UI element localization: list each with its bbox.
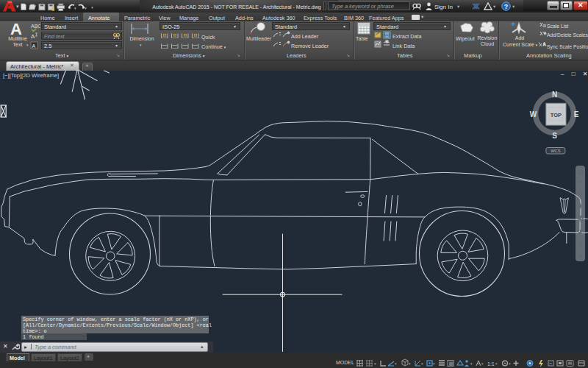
svg-text:▾: ▾ [421,361,423,366]
svg-text:WCS: WCS [551,149,561,153]
svg-text:TOP: TOP [551,112,562,118]
svg-text:▾: ▾ [395,361,397,366]
svg-text:N: N [552,91,557,99]
svg-text:▾: ▾ [481,361,484,366]
svg-text:1:1: 1:1 [487,361,495,367]
svg-text:▾: ▾ [495,361,498,366]
svg-text:S: S [552,132,557,140]
svg-text:▾: ▾ [374,361,376,366]
svg-text:▾: ▾ [433,361,435,366]
svg-text:E: E [574,110,579,118]
svg-text:W: W [530,110,537,118]
svg-text:▾: ▾ [509,361,511,366]
svg-text:▾: ▾ [470,361,473,366]
svg-text:▾: ▾ [409,361,411,366]
